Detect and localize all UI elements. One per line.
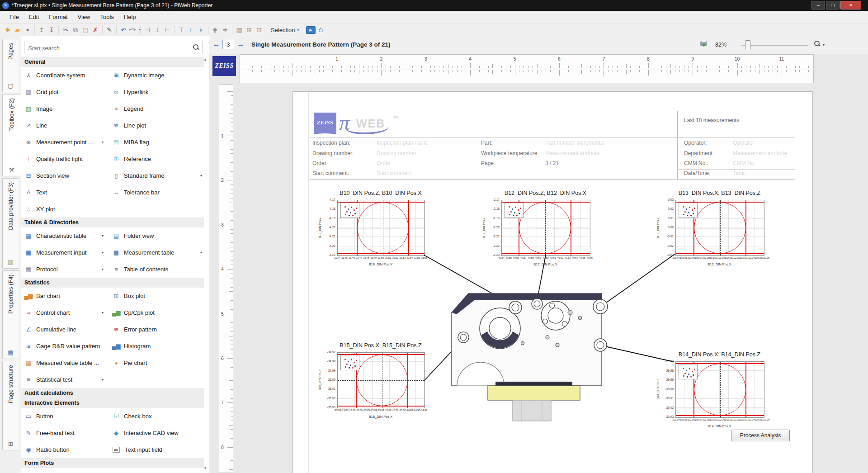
toolbox-item-measurement-input[interactable]: ▦Measurement input [24,244,110,261]
xy-plot[interactable] [675,200,764,256]
toolbox-item-cp-cpk-plot[interactable]: ▄▆Cp/Cpk plot [112,304,198,321]
format-painter-icon[interactable]: ✎ [104,25,114,35]
toolbox-item-check-box[interactable]: ☑Check box [112,408,198,425]
new-report-icon[interactable]: ✱ [3,25,13,35]
distribute-vertical-icon[interactable]: ≑ [220,25,230,35]
toolbox-item-coordinate-system[interactable]: YCoordinate system [24,67,110,84]
undo-icon[interactable]: ↶▾ [118,25,128,35]
home-icon[interactable]: ⌂ [316,25,326,35]
process-analysis-button[interactable]: Process Analysis [731,430,790,441]
toolbox-item-miba-flag[interactable]: ▤MIBA flag [112,134,198,151]
align-middle-icon[interactable]: ⊦ [186,25,196,35]
sidebar-tab-pages[interactable]: Pages▢ [2,39,19,92]
redo-icon[interactable]: ↷▾ [128,25,138,35]
toolbox-item-measurement-point-[interactable]: ⊕Measurement point ... [24,134,110,151]
sidebar-tab-toolbox-f2-[interactable]: Toolbox (F2)⚒ [2,94,21,176]
toolbox-item-folder-view[interactable]: ▤Folder view [112,227,198,244]
toolbox-item-standard-frame[interactable]: ▯Standard frame [112,167,198,184]
zoom-slider-thumb[interactable] [745,40,750,49]
toolbox-item-histogram[interactable]: ▄▆Histogram [112,338,198,355]
align-bottom-icon[interactable]: ⊧ [196,25,206,35]
toolbox-item-button[interactable]: ▭Button [24,408,110,425]
distribute-horizontal-icon[interactable]: ⋕ [210,25,220,35]
snap-grid-icon[interactable]: ⊞ [244,25,254,35]
dropdown-arrow-icon[interactable]: ▾ [200,174,202,178]
page-number-input[interactable]: 3 [222,40,234,49]
copy-icon[interactable]: ⧉ [71,25,80,35]
align-left-icon[interactable]: ⊣ [142,25,152,35]
xy-plot[interactable] [337,352,425,408]
toolbox-item-line-plot[interactable]: ≋Line plot [112,117,198,134]
zoom-slider[interactable] [741,45,808,46]
toolbox-item-text-input-field[interactable]: abText input field [112,441,198,458]
open-icon[interactable]: ▰ [13,25,23,35]
present-icon[interactable]: ▶ [306,25,316,35]
toolbox-item-error-pattern[interactable]: ≋Error pattern [112,321,198,338]
align-top-icon[interactable]: ⊤ [176,25,186,35]
sidebar-tab-page-structure[interactable]: Page structure⊞ [2,361,19,450]
menu-item-file[interactable]: File [5,12,24,22]
dropdown-arrow-icon[interactable]: ▾ [102,378,104,382]
toolbox-item-cumulative-line[interactable]: ∠Cumulative line [24,321,110,338]
export-page-icon[interactable]: ↧ [47,25,57,35]
zoom-magnifier-icon[interactable] [814,40,821,47]
align-right-icon[interactable]: ⊢ [162,25,172,35]
toolbox-item-dynamic-image[interactable]: ▣Dynamic image [112,67,198,84]
toolbox-item-grid-plot[interactable]: ▦Grid plot [24,84,110,100]
toolbox-item-radio-button[interactable]: ◉Radio button [24,441,110,458]
delete-icon[interactable]: ✗ [90,25,100,35]
dropdown-arrow-icon[interactable]: ▾ [200,251,202,255]
toolbox-item-free-hand-text[interactable]: ✎Free-hand text [24,425,110,441]
xy-plot[interactable] [675,361,764,418]
cad-part-image[interactable] [452,293,608,421]
zeiss-report-logo[interactable]: ZEISS [314,113,336,136]
toolbox-item-table-of-contents[interactable]: ≡Table of contents [112,261,198,278]
dropdown-arrow-icon[interactable]: ▾ [102,140,104,144]
toolbox-item-pie-chart[interactable]: ◕Pie chart [112,355,198,371]
import-page-icon[interactable]: ↥ [37,25,47,35]
toolbox-item-measured-value-table-[interactable]: ▦Measured value table ... [24,355,110,371]
menu-item-edit[interactable]: Edit [24,12,44,22]
dropdown-arrow-icon[interactable]: ▾ [102,267,104,271]
toolbox-item-interactive-cad-view[interactable]: ◆Interactive CAD view [112,425,198,441]
next-page-button[interactable]: → [237,40,245,49]
menu-item-format[interactable]: Format [44,12,72,22]
cut-icon[interactable]: ✂ [61,25,71,35]
previous-page-button[interactable]: ← [212,40,220,49]
close-button[interactable]: ✕ [840,1,861,9]
toolbox-item-xy-plot[interactable]: ∴XY plot [24,201,110,218]
toolbox-item-statistical-test[interactable]: ≡Statistical test [24,371,110,388]
selection-dropdown[interactable]: Selection▾ [268,26,302,34]
minimize-button[interactable]: – [811,1,825,9]
toolbox-item-box-plot[interactable]: ⊞Box plot [112,288,198,304]
piweb-logo[interactable]: π WEB TM [339,112,425,139]
toolbox-item-hyperlink[interactable]: ∞Hyperlink [112,84,198,100]
toolbox-item-text[interactable]: AText [24,184,110,201]
sidebar-tab-properties-f4-[interactable]: Properties (F4)▤ [2,270,19,359]
toolbox-item-reference[interactable]: ①Reference [112,151,198,167]
toolbox-item-protocol[interactable]: ▦Protocol [24,261,110,278]
toolbox-item-control-chart[interactable]: ≈Control chart [24,304,110,321]
dropdown-arrow-icon[interactable]: ▾ [102,251,104,255]
zoom-dropdown-icon[interactable]: ▾ [823,43,825,47]
scroll-up-icon[interactable]: ▲ [203,57,208,62]
toolbox-item-bar-chart[interactable]: ▄▆Bar chart [24,288,110,304]
maximize-button[interactable]: ▢ [826,1,840,9]
scroll-down-icon[interactable]: ▼ [203,466,208,471]
align-center-icon[interactable]: ⊥ [152,25,162,35]
sidebar-tab-data-provider-f3-[interactable]: Data provider (F3)▦ [2,178,19,269]
save-icon[interactable]: ▪ [23,25,33,35]
toolbox-item-measurement-table[interactable]: ▦Measurement table [112,244,198,261]
toolbox-item-legend[interactable]: ≡Legend [112,100,198,117]
xy-plot[interactable] [501,200,590,256]
menu-item-view[interactable]: View [73,12,95,22]
xy-plot[interactable] [337,200,425,256]
toolbox-item-image[interactable]: ▨Image [24,100,110,117]
toolbox-item-quality-traffic-light[interactable]: ⋮Quality traffic light [24,151,110,167]
search-input[interactable] [27,42,192,54]
frame-icon[interactable]: ⊡ [254,25,264,35]
toolbox-scrollbar[interactable]: ▲ ▼ [203,57,208,471]
toolbox-item-characteristic-table[interactable]: ▦Characteristic table [24,227,110,244]
toolbox-item-tolerance-bar[interactable]: ↔Tolerance bar [112,184,198,201]
group-icon[interactable]: ▦ [234,25,244,35]
